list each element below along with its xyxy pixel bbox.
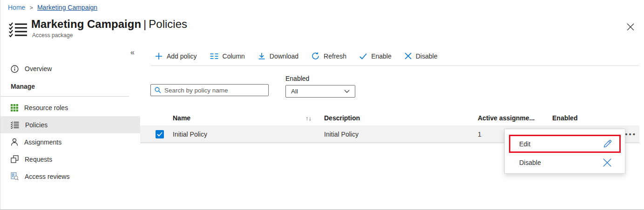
sidebar-item-requests[interactable]: Requests [0,151,140,168]
column-header-enabled[interactable]: Enabled [552,114,611,122]
download-icon [258,52,265,60]
sidebar-item-label: Overview [25,65,52,72]
toolbar-item-label: Download [270,52,298,60]
page-body: « Overview Manage [0,46,644,210]
breadcrumb-marketing-campaign-link[interactable]: Marketing Campaign [37,4,97,11]
access-reviews-icon [11,172,19,180]
grid-icon [11,104,18,112]
sidebar-item-label: Resource roles [24,104,68,112]
edit-menu-item[interactable]: Edit [509,135,621,153]
toolbar-item-label: Column [223,52,245,60]
column-button[interactable]: Column [210,52,245,60]
toolbar-item-label: Disable [416,52,438,60]
table-header-row: Name ↑↓ Description Active assignme... E… [140,111,639,125]
page-title: Marketing Campaign|Policies [31,18,187,31]
breadcrumb-separator: > [29,4,33,11]
plus-icon [155,52,163,60]
azure-access-package-policies-page: Home > Marketing Campaign Marketing Camp… [0,0,644,210]
page-title-separator: | [143,18,146,30]
sidebar-section-manage: Manage [0,83,140,92]
disable-button[interactable]: Disable [405,52,438,60]
enabled-filter-dropdown[interactable]: All [285,85,355,98]
checkmark-icon [157,132,163,137]
chevron-down-icon [344,90,350,93]
toolbar-item-label: Add policy [167,52,197,60]
check-icon [359,53,367,59]
sidebar-item-label: Policies [25,121,47,129]
requests-icon [11,155,19,163]
breadcrumb: Home > Marketing Campaign [8,4,97,11]
search-input[interactable] [164,87,264,94]
row-checkbox[interactable] [156,130,164,138]
search-icon [155,87,161,93]
enabled-filter: Enabled All [285,75,355,98]
cell-name: Initial Policy [173,131,305,138]
cell-description: Initial Policy [324,131,478,138]
info-icon [11,65,19,73]
sort-icon[interactable]: ↑↓ [305,115,324,122]
sidebar-divider [0,96,129,97]
x-icon [602,158,612,168]
breadcrumb-home-link[interactable]: Home [8,4,25,11]
row-context-menu: Edit Disable [504,129,625,174]
page-subtitle: Access package [32,32,187,39]
enabled-filter-label: Enabled [285,75,355,82]
column-header-name[interactable]: Name [173,114,305,122]
policies-list-icon [11,121,19,129]
column-header-description[interactable]: Description [324,114,478,122]
menu-item-label: Edit [519,140,530,148]
pencil-icon [603,139,612,149]
filter-bar: Enabled All [150,72,644,98]
sidebar: « Overview Manage [0,46,140,210]
toolbar-item-label: Refresh [324,52,346,60]
sidebar-item-policies[interactable]: Policies [0,116,140,133]
column-header-active-assignments[interactable]: Active assignme... [478,114,552,122]
refresh-button[interactable]: Refresh [312,52,346,60]
command-bar: Add policy Column [150,46,639,66]
enable-button[interactable]: Enable [359,52,392,60]
access-package-icon [9,22,27,38]
sidebar-item-label: Requests [25,156,52,163]
main-content: Add policy Column [140,46,644,210]
x-icon [405,52,412,59]
page-title-primary: Marketing Campaign [31,18,141,30]
page-title-secondary: Policies [149,18,187,30]
column-icon [210,53,218,59]
add-policy-button[interactable]: Add policy [155,52,197,60]
refresh-icon [312,52,319,60]
sidebar-item-label: Assignments [24,138,61,146]
sidebar-item-overview[interactable]: Overview [0,60,140,77]
sidebar-item-resource-roles[interactable]: Resource roles [0,99,140,116]
search-box [150,84,269,96]
close-icon[interactable] [627,23,634,31]
sidebar-item-label: Access reviews [25,173,69,180]
toolbar-item-label: Enable [371,52,392,60]
menu-item-label: Disable [519,159,541,166]
collapse-sidebar-icon[interactable]: « [130,48,135,57]
sidebar-item-assignments[interactable]: Assignments [0,133,140,151]
sidebar-item-access-reviews[interactable]: Access reviews [0,168,140,185]
download-button[interactable]: Download [258,52,298,60]
disable-menu-item[interactable]: Disable [510,156,619,170]
dropdown-selected-value: All [291,88,298,95]
page-header: Marketing Campaign|Policies Access packa… [9,18,644,45]
person-icon [11,138,18,146]
